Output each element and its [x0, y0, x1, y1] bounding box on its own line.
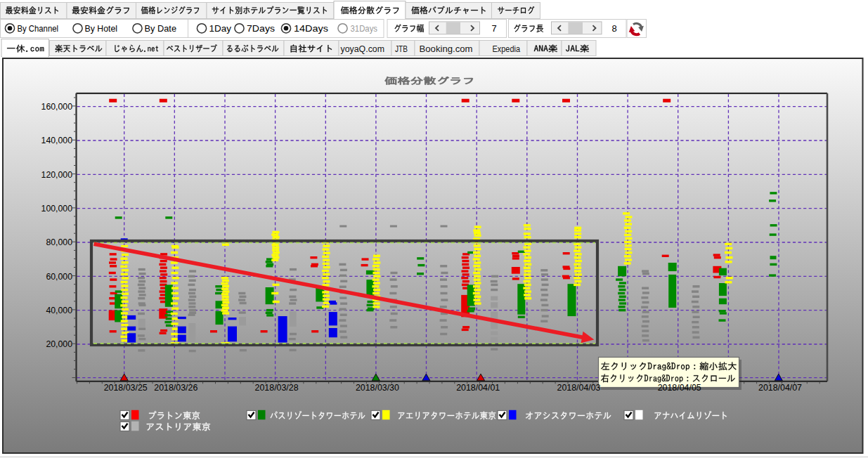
svg-text:80,000: 80,000 [46, 237, 72, 247]
svg-text:140,000: 140,000 [41, 136, 73, 145]
svg-text:Booking.com: Booking.com [420, 44, 473, 54]
svg-text:By Channel: By Channel [18, 23, 59, 34]
svg-text:2018/03/28: 2018/03/28 [255, 383, 299, 393]
svg-text:2018/04/01: 2018/04/01 [456, 383, 500, 393]
svg-text:1Day: 1Day [209, 23, 232, 34]
svg-text:2018/04/05: 2018/04/05 [658, 383, 701, 393]
svg-text:14Days: 14Days [294, 23, 329, 34]
svg-text:160,000: 160,000 [41, 102, 73, 112]
svg-text:2018/03/26: 2018/03/26 [154, 383, 197, 393]
svg-text:2018/03/25: 2018/03/25 [104, 383, 148, 393]
svg-text:By Date: By Date [145, 23, 177, 34]
svg-text:8: 8 [611, 23, 616, 34]
svg-text:2018/04/07: 2018/04/07 [758, 383, 802, 393]
svg-text:100,000: 100,000 [41, 204, 73, 214]
svg-text:7: 7 [491, 23, 496, 34]
svg-text:7Days: 7Days [247, 23, 276, 34]
svg-text:60,000: 60,000 [46, 272, 72, 282]
svg-text:31Days: 31Days [351, 23, 378, 34]
svg-text:40,000: 40,000 [46, 306, 72, 315]
svg-text:2018/04/03: 2018/04/03 [557, 383, 601, 393]
svg-text:20,000: 20,000 [46, 339, 72, 349]
svg-text:120,000: 120,000 [41, 170, 73, 180]
svg-text:2018/03/30: 2018/03/30 [356, 383, 399, 393]
svg-text:yoyaQ.com: yoyaQ.com [341, 44, 385, 54]
svg-text:JTB: JTB [395, 44, 408, 54]
svg-text:Expedia: Expedia [493, 44, 521, 54]
svg-text:By Hotel: By Hotel [85, 23, 118, 34]
